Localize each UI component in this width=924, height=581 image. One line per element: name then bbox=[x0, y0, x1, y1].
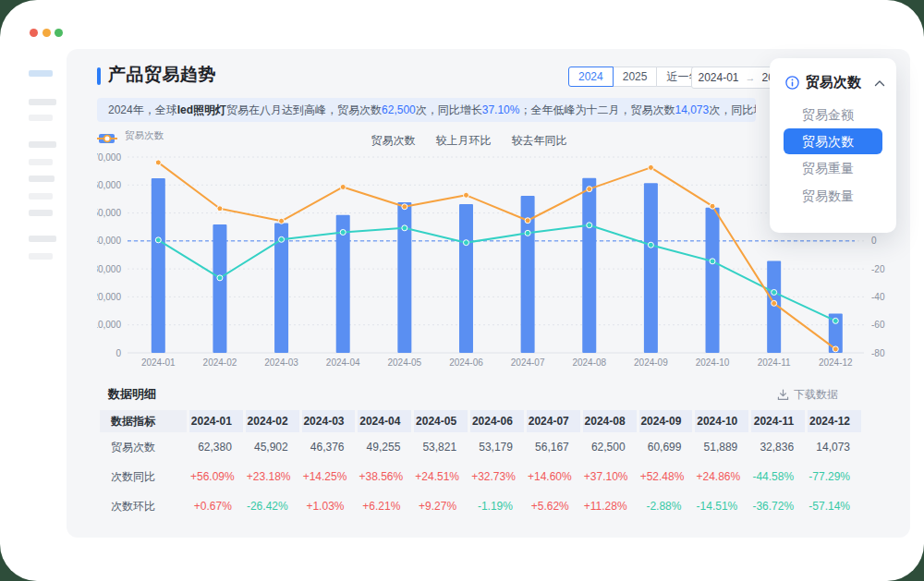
metric-option[interactable]: 贸易金额 bbox=[770, 101, 896, 128]
table-header-month: 2024-06 bbox=[470, 410, 524, 432]
table-cell: 45,902 bbox=[246, 432, 299, 462]
sidebar-skeleton-item bbox=[29, 253, 53, 260]
right-axis-tick: 0 bbox=[871, 236, 877, 246]
left-axis-tick: 10,000 bbox=[97, 320, 121, 330]
bar-2024-01[interactable] bbox=[152, 178, 165, 353]
metric-dropdown-header[interactable]: 贸易次数 bbox=[770, 58, 896, 91]
metric-options: 贸易金额贸易次数贸易重量贸易数量 bbox=[770, 101, 896, 210]
point-较去年同比-2024-06[interactable] bbox=[463, 192, 468, 198]
summary-segment: 14,073 bbox=[675, 103, 709, 116]
point-较上月环比-2024-11[interactable] bbox=[772, 289, 777, 295]
metric-option[interactable]: 贸易重量 bbox=[770, 154, 896, 182]
point-较上月环比-2024-02[interactable] bbox=[217, 275, 223, 281]
title-accent-bar bbox=[97, 67, 101, 85]
table-cell: -14.51% bbox=[695, 491, 748, 521]
point-较上月环比-2024-12[interactable] bbox=[833, 318, 838, 323]
row-label: 贸易次数 bbox=[100, 432, 187, 462]
point-较上月环比-2024-06[interactable] bbox=[463, 240, 468, 246]
row-label: 次数环比 bbox=[100, 491, 187, 521]
table-cell: +23.18% bbox=[246, 462, 299, 491]
bar-2024-04[interactable] bbox=[336, 215, 350, 353]
x-axis-label: 2024-09 bbox=[634, 357, 668, 368]
range-button-2025[interactable]: 2025 bbox=[613, 67, 658, 87]
table-header-bar: 数据明细 下载数据 bbox=[97, 379, 864, 410]
point-较去年同比-2024-07[interactable] bbox=[525, 218, 530, 224]
point-较上月环比-2024-07[interactable] bbox=[525, 230, 530, 236]
table-header-month: 2024-09 bbox=[639, 410, 693, 432]
point-较上月环比-2024-05[interactable] bbox=[402, 225, 407, 231]
table-cell: +9.27% bbox=[414, 491, 468, 521]
x-axis-label: 2024-08 bbox=[572, 357, 606, 368]
bar-2024-10[interactable] bbox=[706, 208, 720, 353]
sidebar-skeleton-item bbox=[29, 141, 56, 148]
table-header-metric: 数据指标 bbox=[100, 410, 187, 432]
sidebar-skeleton-item bbox=[29, 210, 53, 216]
close-window-button[interactable] bbox=[30, 29, 38, 37]
sidebar-skeleton-item bbox=[29, 236, 56, 242]
x-axis-label: 2024-01 bbox=[141, 357, 176, 368]
table-cell: +6.21% bbox=[358, 491, 411, 521]
point-较去年同比-2024-09[interactable] bbox=[648, 164, 653, 170]
table-cell: +24.51% bbox=[414, 462, 468, 491]
table-cell: 14,073 bbox=[808, 432, 861, 462]
metric-dropdown: 贸易次数 贸易金额贸易次数贸易重量贸易数量 bbox=[770, 58, 896, 233]
point-较去年同比-2024-01[interactable] bbox=[155, 160, 161, 165]
point-较去年同比-2024-12[interactable] bbox=[833, 346, 838, 352]
chevron-up-icon[interactable] bbox=[874, 79, 885, 87]
right-axis-tick: -60 bbox=[871, 320, 885, 330]
point-较去年同比-2024-03[interactable] bbox=[279, 218, 285, 224]
point-较去年同比-2024-11[interactable] bbox=[772, 300, 777, 306]
table-cell: -2.88% bbox=[639, 491, 693, 521]
bar-2024-02[interactable] bbox=[213, 224, 226, 353]
metric-option-selected[interactable]: 贸易次数 bbox=[784, 128, 882, 154]
point-较上月环比-2024-01[interactable] bbox=[155, 237, 161, 243]
maximize-window-button[interactable] bbox=[55, 29, 63, 37]
point-较去年同比-2024-10[interactable] bbox=[710, 203, 715, 209]
point-较上月环比-2024-10[interactable] bbox=[710, 259, 715, 264]
info-icon bbox=[785, 76, 799, 90]
table-cell: 56,167 bbox=[527, 432, 580, 462]
table-header-month: 2024-11 bbox=[751, 410, 805, 432]
point-较上月环比-2024-04[interactable] bbox=[340, 229, 346, 235]
point-较上月环比-2024-08[interactable] bbox=[587, 223, 592, 228]
point-较上月环比-2024-09[interactable] bbox=[648, 242, 653, 248]
point-较去年同比-2024-08[interactable] bbox=[587, 187, 592, 192]
table-cell: 46,376 bbox=[302, 432, 356, 462]
left-axis-tick: 70,000 bbox=[97, 152, 121, 163]
summary-segment: 62,500 bbox=[382, 103, 416, 116]
metric-option[interactable]: 贸易数量 bbox=[770, 182, 896, 210]
table-cell: -36.72% bbox=[751, 491, 805, 521]
table-cell: -26.42% bbox=[246, 491, 299, 521]
table-title: 数据明细 bbox=[97, 386, 156, 403]
download-data-button[interactable]: 下载数据 bbox=[777, 387, 838, 403]
right-axis-tick: -20 bbox=[871, 264, 885, 274]
point-较去年同比-2024-04[interactable] bbox=[340, 184, 346, 189]
range-buttons: 20242025近一年 bbox=[568, 67, 710, 87]
table-header-month: 2024-12 bbox=[808, 410, 861, 432]
left-axis-tick: 20,000 bbox=[97, 292, 121, 302]
table-cell: 62,500 bbox=[583, 432, 637, 462]
point-较去年同比-2024-02[interactable] bbox=[217, 206, 223, 212]
sidebar-skeleton-item bbox=[29, 176, 55, 182]
table-cell: +32.73% bbox=[470, 462, 524, 491]
minimize-window-button[interactable] bbox=[43, 29, 51, 37]
left-axis-tick: 30,000 bbox=[97, 264, 121, 274]
bar-2024-08[interactable] bbox=[582, 178, 596, 353]
table-cell: 49,255 bbox=[358, 432, 411, 462]
download-label: 下载数据 bbox=[794, 387, 838, 403]
metric-dropdown-title: 贸易次数 bbox=[806, 74, 874, 91]
x-axis-label: 2024-10 bbox=[696, 357, 730, 368]
left-axis-tick: 50,000 bbox=[97, 208, 121, 218]
date-range-arrow-icon: → bbox=[746, 72, 756, 83]
table-cell: +14.25% bbox=[302, 462, 356, 491]
bar-2024-09[interactable] bbox=[644, 183, 658, 353]
stage: 产品贸易趋势 20242025近一年 2024-01 → 2024-12 202… bbox=[0, 0, 924, 581]
x-axis-label: 2024-06 bbox=[449, 357, 483, 368]
point-较去年同比-2024-05[interactable] bbox=[402, 204, 407, 210]
bar-2024-06[interactable] bbox=[459, 204, 473, 353]
range-button-2024[interactable]: 2024 bbox=[568, 67, 614, 87]
table-cell: 53,179 bbox=[470, 432, 524, 462]
table-cell: +11.28% bbox=[583, 491, 637, 521]
app-window: 产品贸易趋势 20242025近一年 2024-01 → 2024-12 202… bbox=[0, 0, 924, 581]
point-较上月环比-2024-03[interactable] bbox=[279, 236, 285, 242]
